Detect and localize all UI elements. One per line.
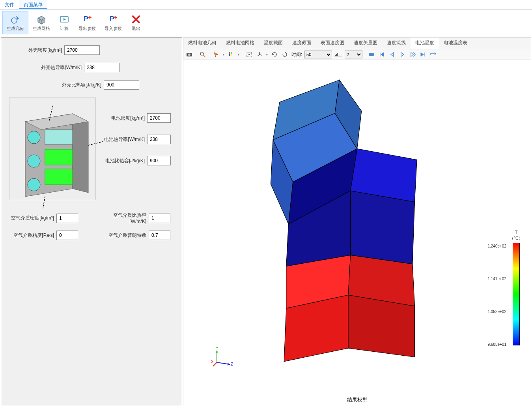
exit-button[interactable]: 退出	[126, 11, 146, 34]
shell-density-label: 外壳密度[kg/m³]	[13, 47, 64, 54]
time-label: 时间:	[291, 51, 302, 58]
air-visc-input[interactable]	[56, 231, 78, 240]
svg-text:P: P	[110, 15, 114, 23]
svg-point-8	[28, 155, 40, 167]
svg-point-21	[248, 54, 250, 55]
pick-icon[interactable]	[212, 50, 220, 59]
svg-point-9	[28, 178, 40, 191]
svg-rect-16	[229, 52, 230, 54]
tab-vel-stream[interactable]: 速度流线	[382, 38, 411, 49]
result-render	[183, 60, 531, 406]
ribbon-toolbar: 生成几何 生成网格 计算 P 导出参数 P 导入参数 退出	[0, 9, 532, 36]
menu-file[interactable]: 文件	[0, 0, 19, 9]
cell-cp-label: 电池比热容[J/kg/K]	[104, 158, 147, 164]
tab-cell-temp[interactable]: 电池温度	[411, 38, 439, 49]
viewer-toolbar: ▼ ▼ ▼ 时间: 50 2	[183, 49, 531, 60]
cell-density-label: 电池密度[kg/m³]	[104, 115, 147, 122]
svg-rect-22	[369, 53, 373, 56]
svg-rect-10	[45, 149, 73, 165]
rotate-icon[interactable]	[270, 50, 279, 59]
svg-marker-5	[73, 114, 88, 193]
time-select[interactable]: 50	[304, 51, 332, 58]
colorbar-legend: T （°C） 1.240e+02 1.147e+02 1.053e+02 9.6…	[510, 230, 523, 347]
export-icon: P	[82, 14, 93, 25]
generate-geometry-button[interactable]: 生成几何	[2, 11, 28, 34]
last-frame-icon[interactable]	[418, 50, 427, 59]
model-preview-image	[9, 98, 96, 200]
svg-point-0	[11, 18, 17, 23]
step-slider-icon[interactable]	[334, 51, 343, 58]
svg-point-14	[188, 54, 190, 56]
colorbar-unit: （°C）	[510, 235, 523, 241]
shell-cp-label: 外壳比热容[J/kg/K]	[52, 82, 104, 88]
shell-cp-input[interactable]	[104, 80, 139, 90]
tab-vel-section[interactable]: 速度截面	[287, 38, 316, 49]
svg-text:Y: Y	[216, 346, 218, 351]
svg-text:X: X	[211, 360, 214, 364]
axes-triad: Y Z X	[211, 347, 231, 366]
fit-icon[interactable]	[245, 50, 254, 59]
svg-rect-18	[229, 54, 230, 56]
parameters-panel: 外壳密度[kg/m³] 外壳热导率[W/m/K] 外壳比热容[J/kg/K]	[1, 37, 182, 406]
shell-k-label: 外壳热导率[W/m/K]	[33, 64, 84, 71]
next-frame-icon[interactable]	[408, 50, 417, 59]
svg-rect-11	[45, 169, 73, 185]
svg-point-7	[28, 131, 40, 144]
reset-view-icon[interactable]	[280, 50, 289, 59]
menu-page[interactable]: 页面菜单	[19, 0, 47, 9]
tab-surf-vel[interactable]: 表面速度图	[316, 38, 349, 49]
tab-temp-section[interactable]: 温度截面	[259, 38, 287, 49]
air-density-label: 空气介质密度[kg/m³]	[9, 215, 56, 221]
svg-text:P: P	[84, 15, 88, 23]
cell-cp-input[interactable]	[147, 156, 171, 165]
cell-k-label: 电池热导率[W/m/K]	[104, 136, 147, 143]
axes-toggle-icon[interactable]	[255, 50, 264, 59]
cell-density-input[interactable]	[147, 113, 171, 123]
colorbar-tick: 1.053e+02	[487, 309, 506, 314]
svg-marker-43	[228, 363, 230, 366]
svg-marker-27	[351, 191, 415, 264]
air-pr-label: 空气介质普朗特数	[97, 232, 149, 239]
colormap-icon[interactable]	[227, 50, 235, 59]
tab-fc-mesh[interactable]: 燃料电池网格	[221, 38, 259, 49]
tab-vel-vector[interactable]: 速度矢量图	[349, 38, 382, 49]
mesh-icon	[36, 14, 47, 25]
svg-rect-17	[231, 52, 232, 54]
colorbar-tick: 1.147e+02	[487, 277, 506, 281]
geometry-icon	[10, 14, 21, 25]
import-params-button[interactable]: P 导入参数	[100, 11, 126, 34]
tab-fc-geom[interactable]: 燃料电池几何	[183, 38, 221, 49]
3d-viewport[interactable]: Y Z X T （°C） 1.240e+02 1.147e+02 1.053e+…	[183, 60, 531, 406]
shell-k-input[interactable]	[84, 63, 119, 72]
compute-button[interactable]: 计算	[54, 11, 74, 34]
colorbar-tick: 9.605e+01	[487, 342, 506, 347]
svg-marker-42	[216, 351, 218, 353]
air-pr-input[interactable]	[149, 231, 170, 240]
import-icon: P	[108, 14, 119, 25]
view-tabs: 燃料电池几何 燃料电池网格 温度截面 速度截面 表面速度图 速度矢量图 速度流线…	[183, 37, 531, 49]
svg-point-15	[200, 52, 203, 55]
air-density-input[interactable]	[56, 214, 78, 223]
first-frame-icon[interactable]	[377, 50, 386, 59]
prev-frame-icon[interactable]	[388, 50, 396, 59]
camera-icon[interactable]	[185, 50, 194, 59]
compute-icon	[59, 14, 70, 25]
result-title: 结果模型	[347, 396, 368, 403]
cell-k-input[interactable]	[147, 135, 171, 144]
play-icon[interactable]	[398, 50, 407, 59]
svg-rect-12	[45, 129, 73, 144]
loop-icon[interactable]	[429, 50, 437, 59]
frame-select[interactable]: 2	[345, 51, 362, 58]
export-params-button[interactable]: P 导出参数	[74, 11, 100, 34]
colorbar-title: T	[510, 230, 523, 235]
air-cp-label: 空气介质比热容[W/m/K]	[97, 212, 149, 224]
shell-density-input[interactable]	[64, 45, 100, 55]
svg-text:Z: Z	[231, 362, 233, 366]
air-cp-input[interactable]	[149, 214, 170, 223]
generate-mesh-button[interactable]: 生成网格	[28, 11, 54, 34]
zoom-icon[interactable]	[198, 50, 207, 59]
colorbar-tick: 1.240e+02	[487, 244, 506, 248]
svg-rect-19	[231, 54, 232, 56]
tab-cell-temp-table[interactable]: 电池温度表	[439, 38, 472, 49]
record-icon[interactable]	[367, 50, 376, 59]
